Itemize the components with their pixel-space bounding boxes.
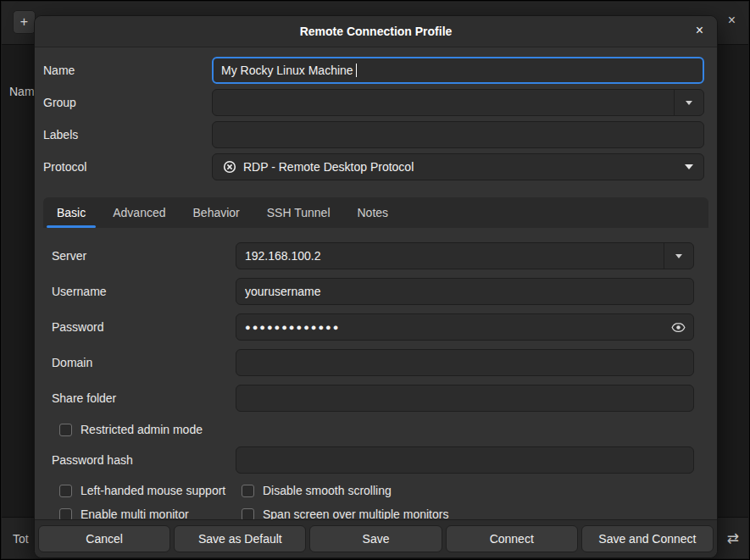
server-dropdown-button[interactable] [664,243,693,269]
basic-tab-panel: Server 192.168.100.2 Username Password D… [35,47,717,519]
username-input[interactable] [236,278,694,305]
save-button[interactable]: Save [309,525,442,552]
dialog-headerbar: Remote Connection Profile [35,16,717,47]
span-screen-checkbox[interactable] [242,508,254,520]
dialog-action-bar: Cancel Save as Default Save Connect Save… [35,519,717,557]
password-label: Password [52,313,103,341]
main-window-close-icon[interactable]: × [728,14,736,27]
restricted-admin-label: Restricted admin mode [81,423,203,436]
restricted-admin-checkbox[interactable] [59,424,72,436]
disable-smooth-scrolling-label: Disable smooth scrolling [263,484,392,497]
span-screen-label: Span screen over multiple monitors [263,507,448,519]
remote-connection-profile-dialog: Remote Connection Profile × Name Group L… [34,15,718,558]
username-label: Username [52,278,107,305]
domain-label: Domain [52,349,92,376]
connect-button[interactable]: Connect [446,525,578,552]
share-folder-label: Share folder [52,385,116,412]
server-label: Server [52,242,86,269]
total-label: Tot [13,532,29,546]
disable-smooth-scrolling-checkbox[interactable] [242,485,254,497]
domain-input[interactable] [236,349,694,376]
server-combobox[interactable]: 192.168.100.2 [236,242,694,269]
enable-multi-monitor-checkbox[interactable] [59,508,72,520]
password-hash-label: Password hash [52,446,133,474]
password-hash-input[interactable] [236,446,694,474]
new-connection-button[interactable]: + [13,10,36,34]
dialog-title: Remote Connection Profile [300,25,453,38]
show-password-eye-icon[interactable] [671,320,686,335]
save-as-default-button[interactable]: Save as Default [174,525,306,552]
server-value: 192.168.100.2 [236,249,664,263]
share-folder-input[interactable] [236,385,694,412]
dialog-close-icon[interactable]: × [696,23,703,38]
save-and-connect-button[interactable]: Save and Connect [581,525,714,552]
chevron-down-icon [675,254,682,258]
left-handed-mouse-checkbox[interactable] [59,485,72,497]
enable-multi-monitor-label: Enable multi monitor [81,507,189,519]
cancel-button[interactable]: Cancel [38,525,170,552]
password-input[interactable] [236,313,694,341]
swap-arrows-icon[interactable]: ⇄ [727,530,739,547]
left-handed-mouse-label: Left-handed mouse support [81,484,225,497]
